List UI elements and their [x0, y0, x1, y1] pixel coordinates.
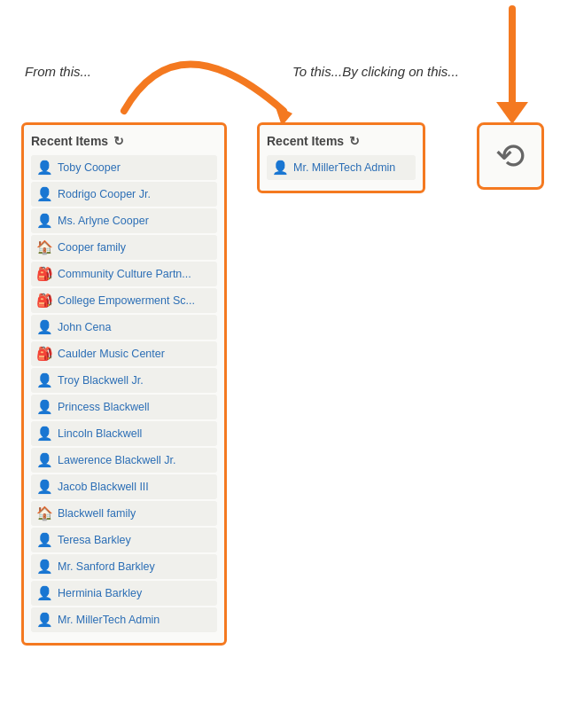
refresh-button[interactable]: ⟳ — [477, 122, 544, 190]
person-icon: 👤 — [36, 372, 52, 388]
item-label: Cooper family — [58, 241, 126, 254]
item-label: Toby Cooper — [58, 161, 121, 174]
person-icon: 👤 — [36, 585, 52, 601]
list-item[interactable]: 👤Teresa Barkley — [31, 528, 217, 552]
person-icon: 👤 — [36, 479, 52, 495]
org-icon: 🎒 — [36, 293, 52, 309]
list-item[interactable]: 👤Rodrigo Cooper Jr. — [31, 182, 217, 207]
recent-items-panel-left: Recent Items ↻ 👤Toby Cooper👤Rodrigo Coop… — [21, 122, 227, 646]
refresh-icon-large: ⟳ — [495, 136, 525, 176]
person-icon: 👤 — [36, 532, 52, 548]
panel-middle-refresh-icon[interactable]: ↻ — [349, 134, 360, 148]
list-item[interactable]: 👤Mr. MillerTech Admin — [267, 155, 416, 180]
list-item[interactable]: 👤Mr. Sanford Barkley — [31, 554, 217, 579]
panel-middle-title: Recent Items — [267, 134, 344, 148]
item-label: Princess Blackwell — [58, 401, 150, 413]
list-item[interactable]: 👤Toby Cooper — [31, 155, 217, 180]
item-label: Herminia Barkley — [58, 587, 142, 599]
from-label: From this... — [25, 64, 91, 79]
person-icon: 👤 — [36, 559, 52, 575]
item-label: Troy Blackwell Jr. — [58, 374, 144, 387]
person-icon: 👤 — [36, 319, 52, 335]
org-icon: 🎒 — [36, 266, 52, 282]
person-icon: 👤 — [36, 399, 52, 415]
item-label: Blackwell family — [58, 507, 136, 520]
list-item[interactable]: 🎒Community Culture Partn... — [31, 262, 217, 286]
list-item[interactable]: 👤Princess Blackwell — [31, 395, 217, 419]
list-item[interactable]: 🎒College Empowerment Sc... — [31, 288, 217, 313]
person-icon: 👤 — [36, 186, 52, 202]
list-item[interactable]: 🏠Blackwell family — [31, 501, 217, 526]
item-label: Lawerence Blackwell Jr. — [58, 454, 175, 466]
item-label: Lincoln Blackwell — [58, 427, 142, 440]
item-label: Caulder Music Center — [58, 348, 165, 360]
left-items-list: 👤Toby Cooper👤Rodrigo Cooper Jr.👤Ms. Arly… — [31, 155, 217, 632]
list-item[interactable]: 👤Herminia Barkley — [31, 581, 217, 606]
item-label: College Empowerment Sc... — [58, 294, 195, 307]
svg-marker-2 — [496, 102, 528, 124]
person-icon: 👤 — [272, 160, 288, 176]
list-item[interactable]: 👤Jacob Blackwell III — [31, 474, 217, 499]
list-item[interactable]: 👤Troy Blackwell Jr. — [31, 368, 217, 393]
item-label: Community Culture Partn... — [58, 268, 191, 280]
panel-middle-header: Recent Items ↻ — [267, 134, 416, 148]
panel-left-title: Recent Items — [31, 134, 108, 148]
item-label: Rodrigo Cooper Jr. — [58, 188, 151, 200]
list-item[interactable]: 👤Ms. Arlyne Cooper — [31, 208, 217, 233]
list-item[interactable]: 🏠Cooper family — [31, 235, 217, 260]
person-icon: 👤 — [36, 612, 52, 628]
recent-items-panel-middle: Recent Items ↻ 👤Mr. MillerTech Admin — [257, 122, 425, 193]
item-label: Mr. MillerTech Admin — [58, 614, 160, 626]
panel-left-refresh-icon[interactable]: ↻ — [113, 134, 124, 148]
item-label: Mr. MillerTech Admin — [293, 161, 395, 174]
panel-left-header: Recent Items ↻ — [31, 134, 217, 148]
middle-items-list: 👤Mr. MillerTech Admin — [267, 155, 416, 180]
item-label: Ms. Arlyne Cooper — [58, 215, 149, 227]
item-label: Teresa Barkley — [58, 534, 131, 546]
item-label: Mr. Sanford Barkley — [58, 560, 155, 573]
person-icon: 👤 — [36, 426, 52, 442]
house-icon: 🏠 — [36, 239, 52, 255]
list-item[interactable]: 🎒Caulder Music Center — [31, 341, 217, 366]
person-icon: 👤 — [36, 213, 52, 229]
list-item[interactable]: 👤Lincoln Blackwell — [31, 421, 217, 446]
house-icon: 🏠 — [36, 505, 52, 521]
list-item[interactable]: 👤Mr. MillerTech Admin — [31, 607, 217, 632]
person-icon: 👤 — [36, 160, 52, 176]
list-item[interactable]: 👤Lawerence Blackwell Jr. — [31, 448, 217, 473]
item-label: John Cena — [58, 321, 111, 333]
org-icon: 🎒 — [36, 346, 52, 362]
item-label: Jacob Blackwell III — [58, 481, 149, 493]
list-item[interactable]: 👤John Cena — [31, 315, 217, 340]
person-icon: 👤 — [36, 452, 52, 468]
to-label: To this...By clicking on this... — [292, 64, 459, 79]
